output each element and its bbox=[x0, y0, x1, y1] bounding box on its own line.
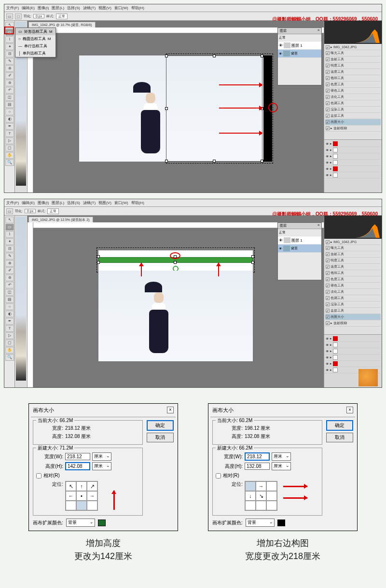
move-tool[interactable]: ↖ bbox=[5, 22, 14, 28]
width-unit[interactable]: 厘米 bbox=[92, 452, 111, 461]
pen-tool[interactable]: ✒ bbox=[5, 123, 14, 130]
action-item[interactable]: ✓▸ IMG_1042.JPG bbox=[325, 45, 381, 50]
current-height: 132.08 厘米 bbox=[65, 433, 91, 440]
ext-color-select[interactable]: 背景 bbox=[246, 519, 275, 527]
action-item[interactable]: ✓明度工具 bbox=[325, 63, 381, 69]
layer-bg[interactable]: 背景 bbox=[291, 51, 298, 56]
close-button[interactable]: × bbox=[346, 407, 353, 413]
heal-tool[interactable]: ⊕ bbox=[5, 65, 14, 72]
canvas[interactable] bbox=[79, 55, 272, 162]
height-input[interactable]: 132.08 bbox=[245, 463, 270, 470]
height-input[interactable]: 142.08 bbox=[65, 462, 90, 470]
cancel-button[interactable]: 取消 bbox=[147, 433, 174, 442]
height-unit[interactable]: 厘米 bbox=[272, 462, 291, 470]
anchor-bottom-center[interactable] bbox=[76, 501, 87, 510]
menu-window[interactable]: 窗口(W) bbox=[114, 5, 128, 11]
style-select[interactable]: 正常 bbox=[56, 14, 68, 19]
transform-handle[interactable] bbox=[251, 255, 254, 258]
transform-handle[interactable] bbox=[251, 261, 254, 264]
width-unit[interactable]: 厘米 bbox=[272, 452, 291, 461]
menu-image[interactable]: 图像(I) bbox=[38, 5, 49, 11]
hand-tool[interactable]: ✋ bbox=[5, 152, 14, 159]
type-tool[interactable]: T bbox=[5, 130, 14, 137]
blend-mode[interactable]: 正常 bbox=[279, 35, 286, 40]
height-unit[interactable]: 厘米 bbox=[92, 462, 111, 470]
eyedropper-tool[interactable]: ✎ bbox=[5, 58, 14, 65]
layer-1[interactable]: 图层 1 bbox=[291, 43, 303, 48]
zoom-tool[interactable]: 🔍 bbox=[5, 159, 14, 166]
relative-checkbox[interactable] bbox=[36, 473, 41, 479]
actions-panel[interactable]: ✓▸ IMG_1042.JPG ✓曝光工具 ✓放射工具 ✓明度工具 ✓温度工具 … bbox=[324, 239, 382, 334]
dodge-tool[interactable]: ◐ bbox=[5, 116, 14, 123]
ok-button[interactable]: 确定 bbox=[326, 420, 353, 431]
col-marquee[interactable]: │单列选框工具 bbox=[15, 50, 55, 57]
actions-panel[interactable]: ✓▸ IMG_1042.JPG ✓曝光工具 ✓放射工具 ✓明度工具 ✓温度工具 … bbox=[324, 44, 382, 139]
marquee-flyout[interactable]: ▭矩形选框工具M ○椭圆选框工具M —单行选框工具 │单列选框工具 bbox=[15, 27, 56, 57]
crop-tool[interactable]: ⊟ bbox=[5, 51, 14, 57]
gradient-tool[interactable]: ▤ bbox=[5, 101, 14, 108]
width-input[interactable]: 218.12 bbox=[65, 453, 90, 460]
menu-edit[interactable]: 编辑(E) bbox=[22, 5, 35, 11]
action-item[interactable]: ✓曝光工具 bbox=[325, 50, 381, 56]
marquee-icon[interactable]: ▭ bbox=[6, 14, 13, 19]
action-item-sel[interactable]: ✓画面大小 bbox=[325, 119, 381, 125]
relative-checkbox[interactable] bbox=[216, 473, 221, 479]
path-tool[interactable]: ▷ bbox=[5, 137, 14, 144]
menu-select[interactable]: 选择(S) bbox=[67, 5, 80, 11]
action-item[interactable]: ✓色度工具 bbox=[325, 82, 381, 88]
wand-tool[interactable]: ✦ bbox=[5, 43, 14, 50]
blur-tool[interactable]: ○ bbox=[5, 109, 14, 115]
panel-menu-icon[interactable]: ≡ bbox=[317, 28, 319, 33]
menu-layer[interactable]: 图层(L) bbox=[52, 5, 64, 11]
close-button[interactable]: × bbox=[167, 407, 174, 413]
action-item[interactable]: ✓褪色工具 bbox=[325, 88, 381, 94]
ext-color-swatch[interactable] bbox=[98, 520, 106, 526]
action-item[interactable]: ✓直接工具 bbox=[325, 113, 381, 119]
menu-filter[interactable]: 滤镜(T) bbox=[83, 5, 96, 11]
cancel-button[interactable]: 取消 bbox=[326, 433, 353, 442]
menubar[interactable]: 文件(F)编辑(E)图像(I)图层(L)选择(S)滤镜(T)视图(V)窗口(W)… bbox=[4, 199, 382, 207]
ext-color-select[interactable]: 背景 bbox=[66, 519, 95, 527]
menu-help[interactable]: 帮助(H) bbox=[131, 5, 144, 11]
mini-layers[interactable]: 👁▸ 👁▸ 👁▸ 👁▸ 👁▸ 👁▸ bbox=[324, 139, 382, 192]
action-item[interactable]: ✓温度工具 bbox=[325, 69, 381, 75]
anchor-top-left[interactable] bbox=[245, 481, 256, 491]
brush-tool[interactable]: ✐ bbox=[5, 72, 14, 79]
ellipse-marquee[interactable]: ○椭圆选框工具M bbox=[15, 35, 55, 42]
stamp-tool[interactable]: ⊛ bbox=[5, 80, 14, 86]
arrow-right-anchor-1 bbox=[283, 486, 307, 487]
lasso-tool[interactable]: ⌇ bbox=[5, 36, 14, 43]
row-marquee[interactable]: —单行选框工具 bbox=[15, 42, 55, 50]
marquee-tool[interactable]: ▭ bbox=[5, 29, 14, 36]
panel-menu-icon[interactable]: ≡ bbox=[317, 223, 319, 228]
ext-color-swatch[interactable] bbox=[277, 520, 285, 526]
action-item[interactable]: ✓淡化工具 bbox=[325, 94, 381, 100]
feather-input[interactable]: 0 px bbox=[33, 14, 44, 18]
action-item[interactable]: ✓色调工具 bbox=[325, 100, 381, 107]
action-item[interactable]: ✓渲染工具 bbox=[325, 107, 381, 113]
action-item[interactable]: ✓▸ 放射模糊 bbox=[325, 125, 381, 132]
canvas[interactable] bbox=[98, 250, 253, 361]
transform-handle[interactable] bbox=[97, 255, 100, 258]
layers-panel[interactable]: 图层≡ 正常 👁图层 1 👁背景 bbox=[277, 27, 322, 85]
transform-handle[interactable] bbox=[97, 261, 100, 264]
action-item[interactable]: ✓放射工具 bbox=[325, 56, 381, 63]
transform-handle[interactable] bbox=[174, 261, 177, 264]
ok-button[interactable]: 确定 bbox=[147, 420, 174, 431]
mode-icon[interactable]: □ bbox=[15, 14, 22, 19]
menu-view[interactable]: 视图(V) bbox=[98, 5, 111, 11]
history-tool[interactable]: ↶ bbox=[5, 87, 14, 94]
marquee-icon[interactable]: ▭ bbox=[6, 208, 13, 214]
menu-file[interactable]: 文件(F) bbox=[6, 5, 19, 11]
menubar[interactable]: 文件(F) 编辑(E) 图像(I) 图层(L) 选择(S) 滤镜(T) 视图(V… bbox=[4, 4, 382, 12]
action-item[interactable]: ✓饱和工具 bbox=[325, 75, 381, 82]
width-input[interactable]: 218.12 bbox=[245, 452, 270, 461]
eraser-tool[interactable]: ◫ bbox=[5, 94, 14, 101]
anchor-grid[interactable]: → ↓↘ bbox=[245, 481, 277, 511]
rect-marquee[interactable]: ▭矩形选框工具M bbox=[15, 28, 55, 35]
anchor-grid[interactable]: ↖↑↗ ←•→ bbox=[65, 481, 98, 511]
shape-tool[interactable]: ▢ bbox=[5, 145, 14, 151]
toolbox[interactable]: ↖ ▭ ⌇ ✦ ⊟ ✎ ⊕ ✐ ⊛ ↶ ◫ ▤ ○ ◐ ✒ T ▷ ▢ ✋ 🔍 … bbox=[4, 21, 15, 192]
layers-panel[interactable]: 图层≡ 正常 👁图层 1 👁背景 bbox=[277, 222, 322, 280]
toolbox[interactable]: ↖▭ ⌇✦ ⊟✎ ⊕✐ ⊛↶ ◫▤ ○◐ ✒T ▷▢ ✋🔍 bbox=[4, 216, 15, 387]
